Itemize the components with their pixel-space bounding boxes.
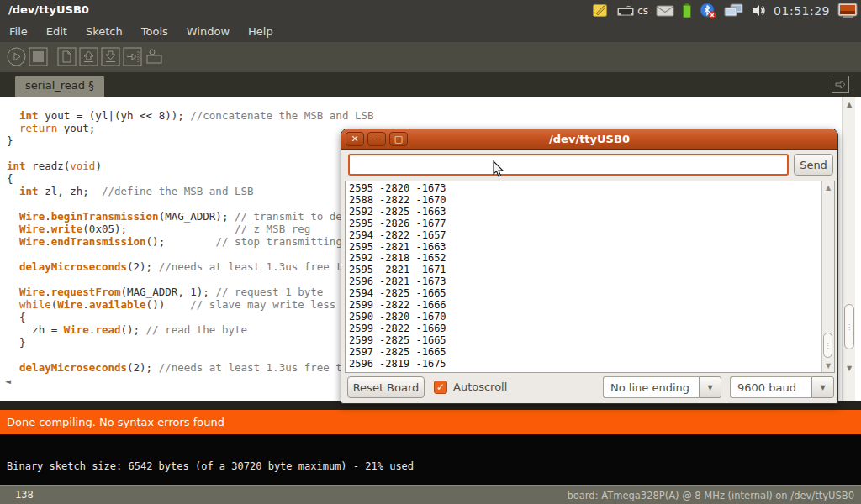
line-ending-value[interactable]: No line ending (603, 376, 699, 398)
session-icon[interactable] (837, 3, 858, 19)
autoscroll-checkbox[interactable]: ✓ (434, 381, 447, 394)
baud-rate-dropdown[interactable]: 9600 baud ▼ (730, 376, 834, 398)
bluetooth-icon[interactable] (700, 3, 716, 19)
notes-icon[interactable] (592, 3, 609, 18)
new-sketch-button[interactable] (57, 47, 77, 66)
mail-icon[interactable] (656, 4, 674, 17)
serial-output-area[interactable]: 2595 -2820 -1673 2588 -2822 -1670 2592 -… (345, 181, 835, 373)
board-info: board: ATmega328P(A) @ 8 MHz (internal) … (567, 490, 854, 501)
serial-monitor-window: ✕ ─ ▢ /dev/ttyUSB0 Send 2595 -2820 -1673… (341, 129, 838, 404)
save-button[interactable] (101, 47, 120, 66)
hscroll-left-arrow[interactable]: ◄ (5, 377, 11, 386)
scroll-up-icon[interactable]: ▲ (822, 184, 834, 192)
baud-rate-value[interactable]: 9600 baud (730, 376, 811, 398)
reset-board-button[interactable]: Reset Board (347, 376, 425, 398)
keyboard-indicator[interactable]: cs (616, 4, 648, 17)
menu-item-help[interactable]: Help (239, 23, 283, 40)
editor-scroll-thumb[interactable]: ⋮ (844, 304, 854, 349)
window-title: /dev/ttyUSB0 (8, 3, 89, 16)
tab-strip: serial_read § (0, 72, 861, 97)
upload-button[interactable] (123, 47, 142, 66)
menu-item-file[interactable]: File (0, 23, 37, 40)
serial-output: 2595 -2820 -1673 2588 -2822 -1670 2592 -… (349, 183, 446, 370)
top-panel: /dev/ttyUSB0 cs 01:51:29 (0, 0, 861, 21)
keyboard-layout-label: cs (637, 5, 648, 17)
send-button[interactable]: Send (794, 154, 833, 176)
menu-item-window[interactable]: Window (177, 23, 239, 40)
menu-item-tools[interactable]: Tools (132, 23, 177, 40)
status-footer: 138 board: ATmega328P(A) @ 8 MHz (intern… (0, 485, 861, 504)
volume-icon[interactable] (751, 3, 766, 18)
editor-vscrollbar[interactable]: ▲ ▼ ⋮ (842, 97, 855, 401)
toolbar (0, 42, 861, 72)
build-output-text: Binary sketch size: 6542 bytes (of a 307… (7, 460, 414, 472)
serial-monitor-button[interactable] (145, 47, 164, 66)
scroll-up-icon[interactable]: ▲ (843, 101, 856, 108)
tab-menu-icon[interactable] (832, 76, 849, 93)
system-tray: cs 01:51:29 (592, 0, 858, 21)
battery-icon[interactable] (682, 3, 692, 18)
clock[interactable]: 01:51:29 (774, 4, 830, 18)
mouse-cursor (493, 160, 504, 181)
serial-scroll-thumb[interactable]: ⋮ (823, 333, 832, 358)
chevron-down-icon[interactable]: ▼ (699, 376, 721, 398)
menu-item-edit[interactable]: Edit (37, 23, 77, 40)
code-area[interactable]: int yout = (yl|(yh << 8)); //concatenate… (7, 109, 374, 374)
serial-input[interactable] (348, 154, 789, 176)
serial-window-title: /dev/ttyUSB0 (341, 133, 837, 145)
open-button[interactable] (79, 47, 98, 66)
network-icon[interactable] (724, 3, 743, 18)
compile-status-bar: Done compiling. No syntax errors found (0, 410, 861, 434)
line-number: 138 (15, 489, 34, 501)
chevron-down-icon[interactable]: ▼ (811, 376, 834, 398)
tab-serial-read[interactable]: serial_read § (15, 76, 104, 97)
scroll-down-icon[interactable]: ▼ (822, 362, 834, 370)
menubar: FileEditSketchToolsWindowHelp (0, 21, 861, 42)
build-console: Binary sketch size: 6542 bytes (of a 307… (0, 434, 861, 485)
verify-button[interactable] (7, 47, 26, 66)
scroll-down-icon[interactable]: ▼ (843, 365, 856, 372)
serial-titlebar[interactable]: ✕ ─ ▢ /dev/ttyUSB0 (341, 129, 837, 150)
serial-scrollbar[interactable]: ▲ ▼ ⋮ (821, 181, 834, 372)
menu-item-sketch[interactable]: Sketch (77, 23, 132, 40)
stop-button[interactable] (29, 47, 48, 66)
line-ending-dropdown[interactable]: No line ending ▼ (603, 376, 721, 398)
compile-status-text: Done compiling. No syntax errors found (7, 416, 224, 428)
autoscroll-label[interactable]: Autoscroll (453, 381, 507, 393)
